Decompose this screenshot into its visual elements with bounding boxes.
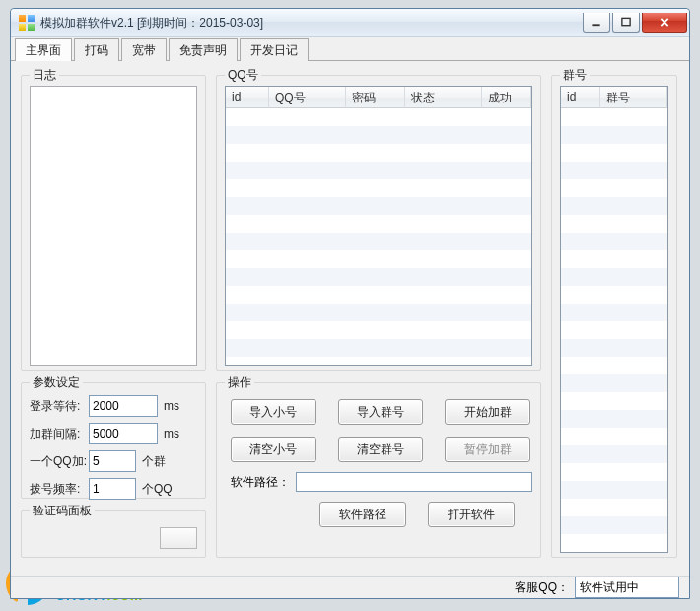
group-captcha-legend: 验证码面板 (30, 503, 95, 519)
qq-table-header: id QQ号 密码 状态 成功 (226, 87, 531, 108)
unit-join-interval: ms (164, 427, 179, 441)
btn-import-group[interactable]: 导入群号 (338, 399, 424, 425)
group-qq: QQ号 id QQ号 密码 状态 成功 (216, 75, 541, 371)
input-dial-rate[interactable] (89, 478, 136, 500)
group-log-legend: 日志 (30, 67, 59, 84)
group-groups: 群号 id 群号 (551, 75, 677, 558)
app-icon (19, 15, 35, 31)
window-title: 模拟加群软件v2.1 [到期时间：2015-03-03] (40, 15, 583, 32)
group-table[interactable]: id 群号 (560, 86, 668, 553)
btn-browse-path[interactable]: 软件路径 (319, 502, 406, 527)
group-ops: 操作 导入小号 导入群号 开始加群 清空小号 清空群号 暂停加群 软件路径： (216, 382, 541, 558)
qq-col-number[interactable]: QQ号 (269, 87, 346, 108)
group-col-id[interactable]: id (561, 87, 600, 108)
qq-col-status[interactable]: 状态 (405, 87, 482, 108)
group-table-body[interactable] (561, 108, 667, 552)
qq-col-id[interactable]: id (226, 87, 269, 108)
svg-rect-0 (592, 24, 599, 26)
unit-per-qq: 个群 (142, 453, 166, 470)
qq-col-password[interactable]: 密码 (346, 87, 405, 108)
svg-rect-1 (622, 18, 630, 25)
label-soft-path: 软件路径： (231, 474, 296, 491)
group-captcha: 验证码面板 (21, 510, 206, 558)
status-bar: 客服QQ： (11, 576, 689, 598)
status-qq-input[interactable] (575, 577, 679, 598)
label-per-qq: 一个QQ加: (30, 453, 89, 470)
tab-captcha-typing[interactable]: 打码 (74, 38, 119, 61)
maximize-button[interactable] (612, 13, 640, 33)
tab-broadband[interactable]: 宽带 (121, 38, 167, 61)
input-login-wait[interactable] (89, 395, 158, 417)
group-params-legend: 参数设定 (30, 374, 83, 391)
group-table-header: id 群号 (561, 87, 667, 108)
tab-main[interactable]: 主界面 (15, 38, 72, 62)
group-groups-legend: 群号 (560, 67, 590, 84)
tab-bar: 主界面 打码 宽带 免责声明 开发日记 (11, 37, 689, 61)
title-bar[interactable]: 模拟加群软件v2.1 [到期时间：2015-03-03] (11, 9, 689, 37)
btn-pause-join[interactable]: 暂停加群 (445, 437, 530, 462)
minimize-button[interactable] (583, 13, 610, 33)
close-button[interactable] (642, 13, 687, 33)
group-log: 日志 (21, 75, 206, 371)
log-textarea[interactable] (30, 86, 197, 366)
qq-table-body[interactable] (226, 108, 531, 365)
input-join-interval[interactable] (89, 423, 158, 444)
label-login-wait: 登录等待: (30, 398, 89, 415)
app-window: 模拟加群软件v2.1 [到期时间：2015-03-03] 主界面 打码 宽带 (10, 8, 690, 599)
group-qq-legend: QQ号 (225, 67, 261, 84)
btn-open-soft[interactable]: 打开软件 (428, 502, 515, 527)
captcha-placeholder[interactable] (160, 527, 197, 549)
status-label: 客服QQ： (515, 579, 569, 596)
tab-page-main: 日志 QQ号 id QQ号 密码 状态 成功 (11, 61, 689, 576)
unit-dial-rate: 个QQ (142, 481, 173, 498)
unit-login-wait: ms (164, 399, 179, 413)
btn-clear-group[interactable]: 清空群号 (338, 437, 424, 462)
btn-clear-qq[interactable]: 清空小号 (231, 437, 316, 462)
input-soft-path[interactable] (296, 472, 532, 492)
group-params: 参数设定 登录等待: ms 加群间隔: ms 一个QQ加: 个群 (21, 382, 206, 499)
btn-import-qq[interactable]: 导入小号 (231, 399, 316, 425)
group-col-number[interactable]: 群号 (600, 87, 667, 108)
tab-devlog[interactable]: 开发日记 (240, 38, 309, 61)
input-per-qq[interactable] (89, 450, 136, 472)
label-join-interval: 加群间隔: (30, 426, 89, 442)
btn-start-join[interactable]: 开始加群 (445, 399, 530, 425)
group-ops-legend: 操作 (225, 374, 254, 391)
label-dial-rate: 拨号频率: (30, 481, 89, 498)
qq-table[interactable]: id QQ号 密码 状态 成功 (225, 86, 532, 366)
qq-col-success[interactable]: 成功 (482, 87, 531, 108)
tab-disclaimer[interactable]: 免责声明 (169, 38, 238, 61)
